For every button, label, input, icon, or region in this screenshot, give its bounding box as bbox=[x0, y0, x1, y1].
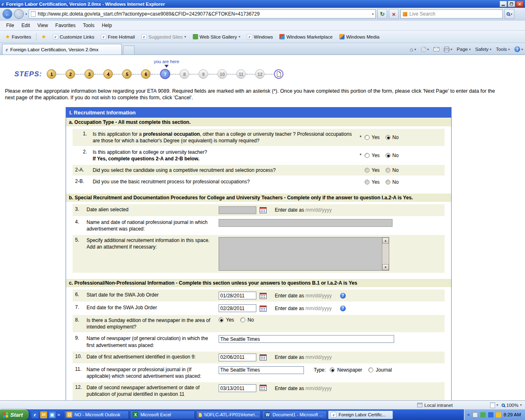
calendar-icon[interactable] bbox=[260, 292, 267, 299]
q9-newspaper-name-input[interactable] bbox=[219, 335, 394, 343]
q2-no-radio[interactable] bbox=[386, 153, 390, 158]
recent-pages-dropdown[interactable]: ▾ bbox=[25, 12, 27, 16]
favbar-link-windows[interactable]: e Windows bbox=[244, 33, 276, 41]
favbar-link-windows-media[interactable]: Windows Media bbox=[336, 33, 382, 41]
quick-launch-mail-icon[interactable]: ✉ bbox=[40, 411, 47, 418]
question-label: Name of newspaper (of general circulatio… bbox=[87, 335, 219, 348]
safety-menu-button[interactable]: Safety▾ bbox=[475, 47, 491, 52]
favbar-link-windows-marketplace[interactable]: Windows Marketplace bbox=[276, 33, 335, 41]
tools-menu-button[interactable]: Tools▾ bbox=[496, 47, 510, 52]
calendar-icon[interactable] bbox=[260, 384, 267, 391]
q2a-no-radio[interactable] bbox=[386, 168, 390, 173]
q5-additional-info-textarea: ▲ ▼ bbox=[219, 237, 389, 271]
ie-window-icon: e bbox=[2, 1, 4, 7]
search-button[interactable]: ▾ bbox=[504, 9, 514, 19]
clock[interactable]: 8:29 AM bbox=[504, 412, 521, 417]
favbar-link-customize-links[interactable]: e Customize Links bbox=[50, 33, 97, 41]
search-input[interactable]: Live Search bbox=[409, 11, 435, 17]
favbar-link-web-slice-gallery[interactable]: Web Slice Gallery ▾ bbox=[190, 33, 243, 41]
ie-icon: e bbox=[331, 412, 336, 418]
q7-end-date-input[interactable] bbox=[219, 304, 256, 312]
q2a-yes-radio[interactable] bbox=[365, 168, 370, 173]
q12-second-ad-date-input[interactable] bbox=[219, 384, 256, 392]
page-options-button[interactable]: ▾ bbox=[490, 402, 498, 408]
question-number: 12. bbox=[74, 384, 87, 390]
page-icon bbox=[490, 402, 495, 408]
add-to-favorites-bar-button[interactable]: ★ bbox=[39, 32, 49, 41]
q8-no-radio[interactable] bbox=[240, 317, 245, 322]
menu-help[interactable]: Help bbox=[98, 21, 116, 30]
feeds-button[interactable]: ▾ bbox=[421, 47, 429, 52]
read-mail-button[interactable] bbox=[434, 47, 439, 51]
task-word-document[interactable]: W Document1 - Microsoft ... bbox=[262, 411, 327, 419]
help-icon[interactable]: ? bbox=[340, 293, 346, 299]
calendar-icon[interactable] bbox=[260, 354, 267, 361]
menu-file[interactable]: File bbox=[2, 21, 18, 30]
date-format-hint: Enter date as mm/dd/yyyy bbox=[275, 306, 332, 311]
favbar-link-suggested-sites[interactable]: e Suggested Sites ▾ bbox=[139, 33, 189, 41]
folder-icon bbox=[199, 412, 202, 417]
q6-start-date-input[interactable] bbox=[219, 292, 256, 299]
quick-launch-ie-icon[interactable]: e bbox=[32, 411, 39, 418]
url-text[interactable]: http://www.plc.doleta.gov/eta_start.cfm?… bbox=[38, 11, 370, 17]
question-number: 10. bbox=[74, 354, 87, 359]
address-dropdown[interactable]: ▾ bbox=[372, 12, 374, 16]
q11-second-newspaper-input[interactable] bbox=[219, 366, 304, 374]
tray-security-icon[interactable] bbox=[480, 412, 486, 418]
task-file-explorer[interactable]: \\OFLC-ATL-FP01\Home\... bbox=[196, 411, 261, 419]
step-2: 2 bbox=[66, 69, 75, 79]
menu-bar: File Edit View Favorites Tools Help bbox=[0, 21, 525, 31]
close-button[interactable]: × bbox=[516, 1, 523, 7]
task-foreign-labor-certification[interactable]: e Foreign Labor Certific... bbox=[328, 411, 393, 419]
q8-yes-radio[interactable] bbox=[219, 317, 224, 322]
favorites-button[interactable]: ★ Favorites bbox=[2, 32, 34, 41]
print-button[interactable]: ▾ bbox=[444, 47, 452, 52]
task-excel[interactable]: X Microsoft Excel bbox=[130, 411, 195, 419]
minimize-button[interactable] bbox=[500, 1, 507, 7]
zoom-control[interactable]: 100% ▾ bbox=[502, 403, 522, 408]
q1-yes-radio[interactable] bbox=[365, 135, 370, 140]
question-text: Did you use the basic recruitment proces… bbox=[93, 178, 358, 185]
q10-first-ad-date-input[interactable] bbox=[219, 354, 256, 361]
question-text: Is this application for a professional o… bbox=[93, 131, 358, 144]
page-menu-button[interactable]: Page▾ bbox=[457, 47, 471, 52]
help-icon[interactable]: ? bbox=[340, 306, 346, 311]
q2-yes-radio[interactable] bbox=[365, 153, 370, 158]
section-a-header: a. Occupation Type - All must complete t… bbox=[66, 118, 451, 126]
new-tab-button[interactable] bbox=[123, 46, 135, 55]
favbar-link-free-hotmail[interactable]: e Free Hotmail bbox=[98, 33, 138, 41]
menu-tools[interactable]: Tools bbox=[79, 21, 98, 30]
section-c-header: c. Professional/Non-Professional Informa… bbox=[66, 278, 451, 287]
quick-launch-desktop-icon[interactable]: ▣ bbox=[49, 411, 56, 418]
search-box[interactable]: Live Search bbox=[400, 9, 503, 18]
q1-no-radio[interactable] bbox=[386, 135, 390, 140]
tray-network-icon[interactable] bbox=[488, 412, 493, 418]
back-button[interactable]: ← bbox=[2, 9, 12, 19]
menu-view[interactable]: View bbox=[34, 21, 52, 30]
tray-icon-1[interactable] bbox=[472, 412, 478, 418]
tray-volume-icon[interactable] bbox=[496, 412, 501, 418]
star-icon: ★ bbox=[5, 34, 10, 40]
task-outlook[interactable]: O NO - Microsoft Outlook bbox=[64, 411, 129, 419]
q2b-yes-radio[interactable] bbox=[365, 180, 370, 185]
q2b-no-radio[interactable] bbox=[386, 180, 390, 185]
restore-button[interactable] bbox=[508, 1, 515, 7]
calendar-icon[interactable] bbox=[260, 305, 267, 312]
help-menu-button[interactable]: ?▾ bbox=[514, 46, 523, 52]
q11-newspaper-radio[interactable] bbox=[330, 368, 335, 372]
refresh-button[interactable]: ↻ bbox=[377, 9, 387, 19]
start-button[interactable]: Start bbox=[0, 409, 29, 420]
home-button[interactable]: ⌂▾ bbox=[410, 46, 416, 52]
forward-button[interactable]: → bbox=[14, 9, 24, 19]
q11-journal-radio[interactable] bbox=[368, 368, 373, 372]
address-bar[interactable]: http://www.plc.doleta.gov/eta_start.cfm?… bbox=[29, 9, 376, 18]
calendar-icon[interactable] bbox=[260, 207, 267, 213]
tab-foreign-labor-certification[interactable]: e Foreign Labor Certification, Version 2… bbox=[2, 44, 122, 55]
question-number: 4. bbox=[74, 219, 87, 225]
menu-edit[interactable]: Edit bbox=[18, 21, 34, 30]
menu-favorites[interactable]: Favorites bbox=[52, 21, 79, 30]
question-4-row: 4. Name and date of national professiona… bbox=[73, 217, 445, 234]
quick-launch-overflow-chevron[interactable]: » bbox=[57, 412, 60, 418]
stop-button[interactable]: × bbox=[389, 9, 399, 19]
show-hidden-icons-button[interactable]: « bbox=[467, 412, 470, 418]
